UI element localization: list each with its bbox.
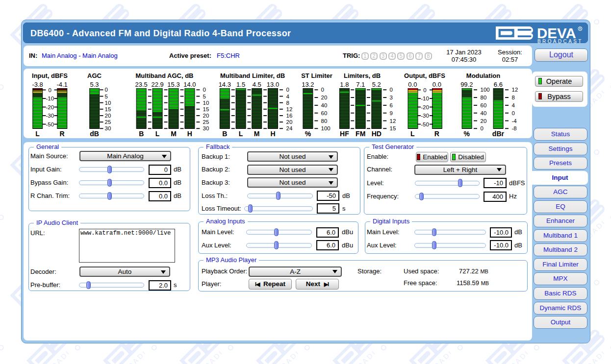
svg-text:5: 5 [105, 94, 108, 99]
svg-text:12: 12 [286, 106, 293, 112]
svg-text:4.5: 4.5 [253, 81, 261, 88]
svg-text:-30: -30 [46, 113, 54, 119]
svg-text:-30: -30 [421, 113, 429, 119]
svg-text:%: % [305, 130, 311, 138]
svg-text:13.0: 13.0 [267, 81, 279, 88]
svg-text:30: 30 [203, 125, 209, 131]
svg-text:15: 15 [105, 106, 111, 112]
svg-text:100: 100 [321, 125, 331, 131]
svg-text:-50: -50 [421, 121, 429, 127]
svg-text:60: 60 [481, 102, 487, 108]
svg-text:0: 0 [481, 125, 484, 131]
svg-text:0: 0 [423, 87, 426, 93]
svg-text:1.8: 1.8 [340, 81, 349, 88]
svg-text:5.3: 5.3 [90, 81, 99, 88]
svg-text:R: R [434, 130, 439, 138]
svg-text:H: H [187, 130, 192, 138]
svg-text:B: B [222, 130, 227, 138]
svg-text:0: 0 [105, 87, 108, 93]
svg-text:dBr: dBr [492, 130, 505, 138]
svg-text:23.5: 23.5 [135, 81, 148, 88]
svg-text:ST Limiter: ST Limiter [301, 72, 332, 79]
svg-text:8: 8 [286, 100, 289, 106]
svg-text:BROADCAST: BROADCAST [537, 38, 583, 43]
svg-text:L: L [155, 130, 160, 138]
svg-text:Multiband Limiter, dB: Multiband Limiter, dB [220, 72, 285, 79]
svg-text:6: 6 [390, 102, 393, 108]
svg-text:40: 40 [321, 102, 328, 108]
svg-text:0.0: 0.0 [408, 81, 417, 88]
svg-text:80: 80 [321, 118, 328, 124]
svg-text:-8: -8 [512, 125, 517, 131]
svg-text:14.3: 14.3 [219, 81, 231, 88]
svg-text:40: 40 [481, 110, 487, 116]
svg-text:4: 4 [512, 102, 515, 108]
svg-text:24: 24 [286, 125, 293, 131]
svg-text:25: 25 [105, 119, 111, 125]
svg-text:M: M [254, 130, 260, 138]
svg-text:13.2: 13.2 [302, 81, 314, 88]
svg-text:20: 20 [286, 119, 293, 125]
svg-text:14.0: 14.0 [183, 81, 196, 88]
svg-text:0: 0 [49, 87, 51, 93]
svg-text:Modulation: Modulation [466, 72, 500, 79]
svg-text:R: R [579, 27, 582, 30]
svg-text:3: 3 [390, 95, 393, 100]
svg-text:0.0: 0.0 [433, 81, 441, 88]
svg-text:AGC: AGC [87, 72, 102, 79]
svg-text:-4: -4 [512, 118, 517, 124]
svg-text:0: 0 [512, 110, 515, 116]
svg-text:Output, dBFS: Output, dBFS [404, 72, 445, 79]
svg-text:-4.1: -4.1 [56, 81, 67, 88]
svg-text:20: 20 [481, 118, 487, 124]
svg-text:0: 0 [286, 87, 289, 93]
svg-text:5.2: 5.2 [372, 81, 381, 88]
svg-text:7.1: 7.1 [356, 81, 365, 88]
svg-text:20: 20 [105, 113, 111, 119]
svg-text:6.6: 6.6 [494, 81, 503, 88]
svg-text:15: 15 [390, 125, 396, 131]
svg-text:4: 4 [286, 94, 290, 99]
svg-text:-10: -10 [46, 96, 54, 101]
svg-text:0: 0 [321, 87, 324, 93]
svg-text:L: L [410, 130, 415, 138]
svg-text:100: 100 [481, 87, 490, 93]
svg-text:1.5: 1.5 [236, 81, 245, 88]
svg-text:15: 15 [203, 106, 209, 112]
svg-text:30: 30 [105, 125, 111, 131]
svg-text:L: L [35, 130, 40, 138]
svg-text:-10: -10 [421, 96, 429, 101]
svg-text:FM: FM [356, 130, 365, 138]
svg-text:M: M [171, 130, 177, 138]
svg-text:HD: HD [372, 130, 382, 138]
svg-text:20: 20 [321, 95, 328, 100]
svg-text:B: B [139, 130, 144, 138]
svg-text:0: 0 [390, 87, 393, 93]
svg-text:22.9: 22.9 [151, 81, 163, 88]
svg-text:80: 80 [481, 95, 487, 100]
svg-text:Limiters, dB: Limiters, dB [344, 72, 381, 79]
svg-text:-20: -20 [46, 104, 54, 110]
svg-text:R: R [60, 130, 65, 138]
svg-text:-20: -20 [421, 104, 429, 110]
svg-text:16: 16 [286, 113, 293, 119]
svg-text:%: % [464, 130, 470, 138]
svg-text:dB: dB [90, 130, 99, 138]
svg-text:-50: -50 [46, 121, 54, 127]
svg-text:12: 12 [390, 118, 396, 124]
svg-text:20: 20 [203, 113, 209, 119]
svg-text:25: 25 [203, 119, 209, 125]
svg-text:8: 8 [512, 95, 515, 100]
svg-text:HF: HF [340, 130, 349, 138]
svg-text:10: 10 [105, 100, 111, 106]
svg-text:9: 9 [390, 110, 393, 116]
svg-text:15.3: 15.3 [167, 81, 179, 88]
svg-text:Multiband AGC, dB: Multiband AGC, dB [136, 72, 194, 79]
svg-text:60: 60 [321, 110, 328, 116]
svg-text:H: H [270, 130, 275, 138]
svg-text:99.2: 99.2 [460, 81, 473, 88]
svg-text:-3.8: -3.8 [32, 81, 43, 88]
svg-text:L: L [239, 130, 243, 138]
svg-text:12: 12 [512, 87, 518, 93]
svg-text:Input, dBFS: Input, dBFS [32, 72, 68, 79]
